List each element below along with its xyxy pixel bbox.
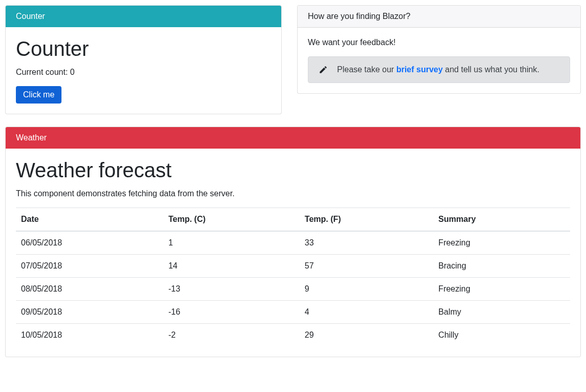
cell-date: 10/05/2018 xyxy=(16,324,163,347)
table-row: 06/05/2018133Freezing xyxy=(16,231,570,255)
col-temp-f: Temp. (F) xyxy=(300,208,433,232)
feedback-card-header: How are you finding Blazor? xyxy=(298,6,580,28)
cell-summary: Chilly xyxy=(433,324,570,347)
cell-tc: -13 xyxy=(163,278,300,301)
weather-card: Weather Weather forecast This component … xyxy=(5,127,581,357)
weather-title: Weather forecast xyxy=(16,159,570,182)
counter-count-label: Current count: 0 xyxy=(16,68,271,77)
cell-tc: 14 xyxy=(163,255,300,278)
counter-card: Counter Counter Current count: 0 Click m… xyxy=(5,5,282,114)
table-row: 07/05/20181457Bracing xyxy=(16,255,570,278)
cell-summary: Bracing xyxy=(433,255,570,278)
cell-tf: 9 xyxy=(300,278,433,301)
cell-tf: 33 xyxy=(300,231,433,255)
weather-table: Date Temp. (C) Temp. (F) Summary 06/05/2… xyxy=(16,208,570,346)
table-row: 08/05/2018-139Freezing xyxy=(16,278,570,301)
col-summary: Summary xyxy=(433,208,570,232)
table-row: 09/05/2018-164Balmy xyxy=(16,301,570,324)
survey-text-suffix: and tell us what you think. xyxy=(443,65,539,74)
counter-title: Counter xyxy=(16,37,271,60)
cell-summary: Balmy xyxy=(433,301,570,324)
cell-tc: 1 xyxy=(163,231,300,255)
survey-alert: Please take our brief survey and tell us… xyxy=(308,56,570,83)
cell-tc: -16 xyxy=(163,301,300,324)
cell-tc: -2 xyxy=(163,324,300,347)
counter-card-header: Counter xyxy=(6,6,281,27)
feedback-card: How are you finding Blazor? We want your… xyxy=(297,5,581,94)
col-date: Date xyxy=(16,208,163,232)
cell-tf: 29 xyxy=(300,324,433,347)
pencil-icon xyxy=(319,65,328,74)
feedback-lead: We want your feedback! xyxy=(308,38,570,47)
cell-tf: 4 xyxy=(300,301,433,324)
click-me-button[interactable]: Click me xyxy=(16,86,61,104)
cell-date: 09/05/2018 xyxy=(16,301,163,324)
col-temp-c: Temp. (C) xyxy=(163,208,300,232)
cell-date: 06/05/2018 xyxy=(16,231,163,255)
table-row: 10/05/2018-229Chilly xyxy=(16,324,570,347)
weather-description: This component demonstrates fetching dat… xyxy=(16,189,570,198)
survey-link[interactable]: brief survey xyxy=(396,65,443,74)
cell-tf: 57 xyxy=(300,255,433,278)
cell-date: 07/05/2018 xyxy=(16,255,163,278)
cell-date: 08/05/2018 xyxy=(16,278,163,301)
survey-text-prefix: Please take our xyxy=(337,65,396,74)
cell-summary: Freezing xyxy=(433,231,570,255)
cell-summary: Freezing xyxy=(433,278,570,301)
weather-card-header: Weather xyxy=(6,127,580,149)
